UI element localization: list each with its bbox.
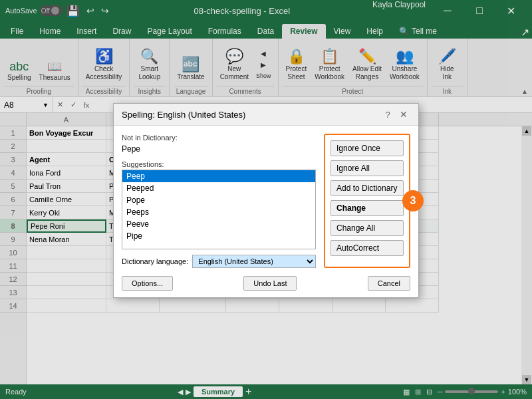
autocorrect-button[interactable]: AutoCorrect	[331, 240, 404, 256]
not-in-dict-label: Not in Dictionary:	[122, 134, 316, 142]
dialog-title-buttons: ? ✕	[381, 108, 410, 121]
dialog-help-button[interactable]: ?	[381, 108, 394, 121]
dialog-close-button[interactable]: ✕	[397, 108, 410, 121]
suggestions-list[interactable]: Peep Peeped Pope Peeps Peeve Pipe	[122, 170, 316, 249]
misspelled-word: Pepe	[122, 143, 316, 155]
dialog-body: Not in Dictionary: Pepe Suggestions: Pee…	[114, 126, 418, 276]
dict-lang-label: Dictionary language:	[122, 257, 188, 265]
change-all-button[interactable]: Change All	[331, 220, 404, 236]
suggestion-item-pipe[interactable]: Pipe	[122, 230, 315, 242]
dialog-title-bar: Spelling: English (United States) ? ✕	[114, 104, 418, 126]
suggestion-item-peep[interactable]: Peep	[122, 170, 315, 182]
dialog-title-text: Spelling: English (United States)	[122, 110, 245, 120]
add-to-dictionary-button[interactable]: Add to Dictionary	[331, 180, 404, 196]
undo-last-button[interactable]: Undo Last	[243, 276, 297, 291]
suggestion-item-pope[interactable]: Pope	[122, 194, 315, 206]
dict-lang-select[interactable]: English (United States)	[192, 255, 316, 268]
modal-overlay: Spelling: English (United States) ? ✕ No…	[0, 0, 532, 399]
change-button[interactable]: Change	[331, 200, 404, 216]
step-badge: 3	[402, 190, 424, 211]
dialog-actions: Ignore Once Ignore All Add to Dictionary…	[324, 134, 410, 268]
suggestion-item-peeped[interactable]: Peeped	[122, 182, 315, 194]
dialog-footer: Options... Undo Last Cancel	[114, 276, 418, 297]
options-button[interactable]: Options...	[122, 276, 173, 291]
ignore-once-button[interactable]: Ignore Once	[331, 140, 404, 156]
suggestions-label: Suggestions:	[122, 160, 316, 168]
suggestion-item-peeps[interactable]: Peeps	[122, 206, 315, 218]
dict-lang-row: Dictionary language: English (United Sta…	[122, 255, 316, 268]
suggestion-item-peeve[interactable]: Peeve	[122, 218, 315, 230]
ignore-all-button[interactable]: Ignore All	[331, 160, 404, 176]
cancel-button[interactable]: Cancel	[368, 276, 410, 291]
spelling-dialog: Spelling: English (United States) ? ✕ No…	[113, 103, 419, 298]
dialog-left: Not in Dictionary: Pepe Suggestions: Pee…	[122, 134, 316, 268]
